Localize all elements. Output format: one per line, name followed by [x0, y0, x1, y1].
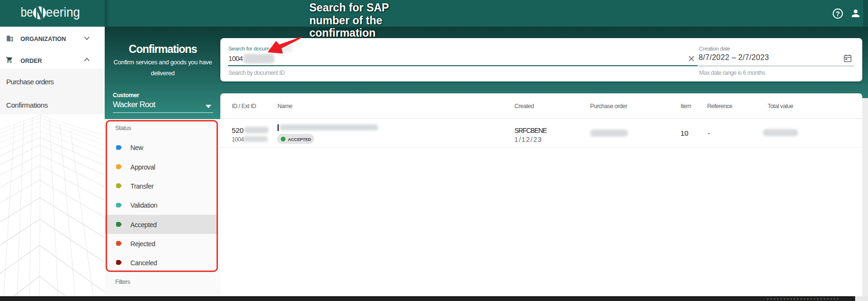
svg-text:be: be	[21, 5, 33, 20]
svg-text:eering: eering	[46, 5, 80, 20]
svg-text:?: ?	[836, 10, 840, 18]
